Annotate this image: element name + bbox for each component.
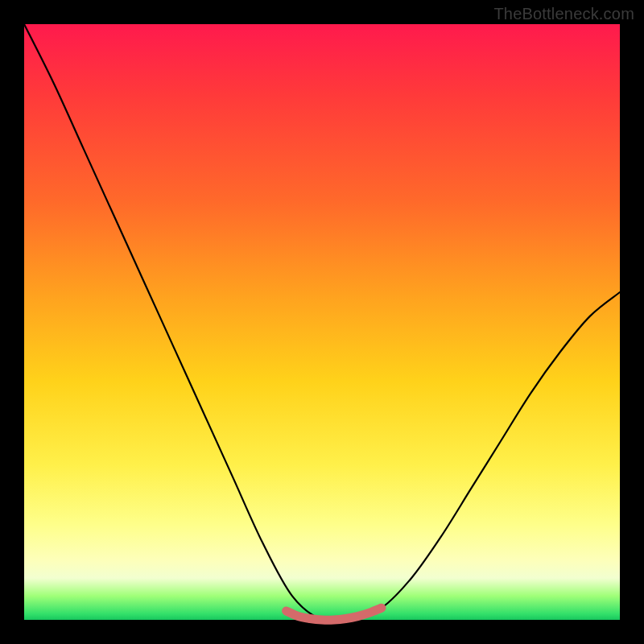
plot-area (24, 24, 620, 620)
bottleneck-curve-svg (24, 24, 620, 620)
flat-zone-marker (287, 608, 382, 620)
watermark-text: TheBottleneck.com (493, 5, 634, 23)
bottleneck-curve (24, 24, 620, 622)
chart-frame: TheBottleneck.com (0, 0, 644, 644)
